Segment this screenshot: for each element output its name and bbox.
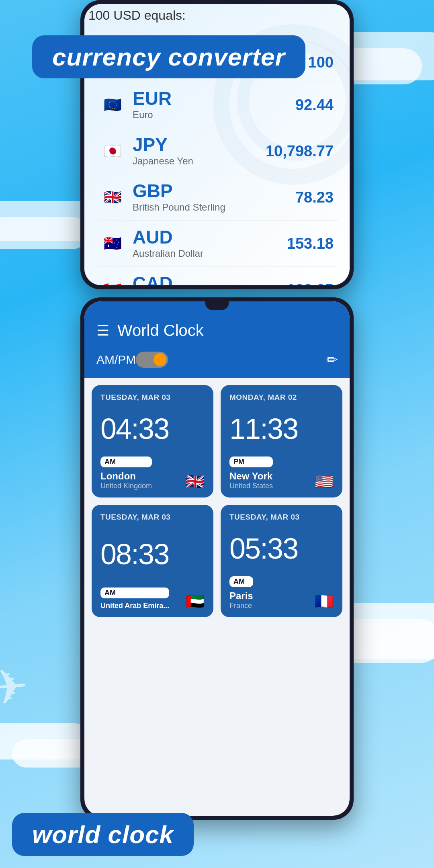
clock-grid: TUESDAY, MAR 03 04:33 AM London United K… [84, 378, 350, 624]
jpy-flag: 🇯🇵 [100, 139, 125, 163]
paris-ampm: AM [229, 576, 253, 587]
jpy-name: Japanese Yen [133, 156, 266, 167]
newyork-location: PM New York United States [229, 457, 273, 490]
london-ampm: AM [100, 457, 152, 467]
newyork-flag: 🇺🇸 [315, 473, 334, 490]
ampm-toggle[interactable] [136, 352, 168, 368]
uae-date: TUESDAY, MAR 03 [100, 513, 205, 522]
paris-country: France [229, 602, 253, 610]
cad-flag: 🇨🇦 [100, 278, 125, 285]
usd-value: 100 [308, 54, 334, 71]
world-clock-title: World Clock [117, 321, 338, 340]
newyork-ampm: PM [229, 457, 273, 467]
cad-code: CAD [133, 274, 287, 285]
aud-value: 153.18 [287, 235, 334, 252]
jpy-code: JPY [133, 135, 266, 154]
table-row: 🇯🇵 JPY Japanese Yen 10,798.77 [96, 128, 338, 174]
gbp-value: 78.23 [295, 189, 334, 206]
table-row: 🇬🇧 GBP British Pound Sterling 78.23 [96, 174, 338, 221]
edit-icon[interactable]: ✏ [326, 352, 338, 368]
table-row: 🇪🇺 EUR Euro 92.44 [96, 82, 338, 128]
currency-converter-label: currency converter [32, 35, 305, 78]
newyork-time: 11:33 [229, 405, 334, 452]
eur-code: EUR [133, 89, 295, 108]
paris-city: Paris [229, 590, 253, 602]
london-city: London [100, 471, 152, 482]
list-item: TUESDAY, MAR 03 04:33 AM London United K… [92, 385, 213, 497]
world-clock-label: world clock [12, 813, 194, 856]
table-row: 🇦🇺 AUD Australian Dollar 153.18 [96, 221, 338, 267]
eur-name: Euro [133, 109, 295, 121]
uae-city: United Arab Emira... [100, 602, 169, 610]
world-clock-screen: ☰ World Clock AM/PM ✏ TUESDAY, MAR 03 04… [84, 301, 350, 816]
list-item: MONDAY, MAR 02 11:33 PM New York United … [221, 385, 342, 497]
toggle-thumb [154, 353, 166, 366]
cad-info: CAD Canadian Dollar [133, 274, 287, 285]
newyork-city: New York [229, 471, 273, 482]
london-flag: 🇬🇧 [186, 473, 205, 490]
newyork-date: MONDAY, MAR 02 [229, 393, 334, 402]
menu-icon[interactable]: ☰ [96, 322, 109, 339]
eur-info: EUR Euro [133, 89, 295, 121]
paris-time: 05:33 [229, 525, 334, 572]
london-footer: AM London United Kingdom 🇬🇧 [100, 457, 205, 490]
world-clock-toolbar: AM/PM ✏ [84, 348, 350, 378]
london-date: TUESDAY, MAR 03 [100, 393, 205, 402]
gbp-name: British Pound Sterling [133, 202, 295, 213]
world-clock-phone: ☰ World Clock AM/PM ✏ TUESDAY, MAR 03 04… [80, 297, 354, 820]
uae-time: 08:33 [100, 525, 205, 583]
newyork-footer: PM New York United States 🇺🇸 [229, 457, 334, 490]
jpy-info: JPY Japanese Yen [133, 135, 266, 167]
aud-name: Australian Dollar [133, 248, 287, 259]
cad-value: 133.35 [287, 281, 334, 286]
uae-location: AM United Arab Emira... [100, 588, 169, 610]
gbp-flag: 🇬🇧 [100, 185, 125, 209]
uae-footer: AM United Arab Emira... 🇦🇪 [100, 588, 205, 610]
london-location: AM London United Kingdom [100, 457, 152, 490]
paris-footer: AM Paris France 🇫🇷 [229, 576, 334, 610]
paris-flag: 🇫🇷 [315, 592, 334, 610]
list-item: TUESDAY, MAR 03 08:33 AM United Arab Emi… [92, 505, 213, 617]
uae-flag: 🇦🇪 [186, 592, 205, 610]
aud-code: AUD [133, 228, 287, 246]
london-country: United Kingdom [100, 482, 152, 490]
london-time: 04:33 [100, 405, 205, 452]
paris-date: TUESDAY, MAR 03 [229, 513, 334, 522]
uae-ampm: AM [100, 588, 169, 598]
eur-flag: 🇪🇺 [100, 93, 125, 117]
list-item: TUESDAY, MAR 03 05:33 AM Paris France 🇫🇷 [221, 505, 342, 617]
toggle-track[interactable] [136, 352, 168, 368]
paris-location: AM Paris France [229, 576, 253, 610]
newyork-country: United States [229, 482, 273, 490]
gbp-code: GBP [133, 182, 295, 200]
eur-value: 92.44 [295, 96, 334, 114]
phone-notch [205, 301, 229, 310]
aud-info: AUD Australian Dollar [133, 228, 287, 259]
table-row: 🇨🇦 CAD Canadian Dollar 133.35 [96, 267, 338, 285]
ampm-label: AM/PM [96, 353, 136, 366]
jpy-value: 10,798.77 [266, 143, 334, 160]
currency-header: 100 USD equals: [84, 4, 350, 31]
gbp-info: GBP British Pound Sterling [133, 182, 295, 213]
aud-flag: 🇦🇺 [100, 231, 125, 256]
